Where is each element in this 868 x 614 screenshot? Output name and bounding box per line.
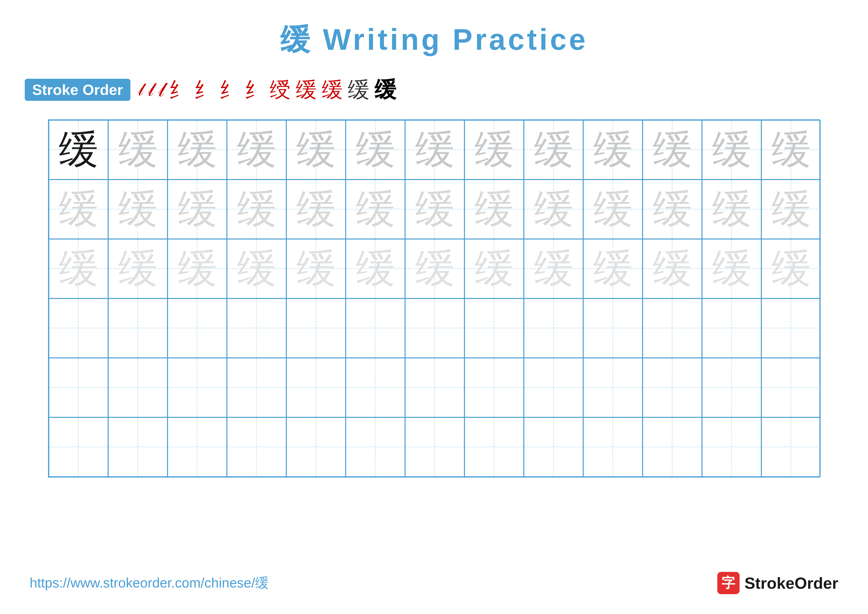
grid-cell-r4-c7[interactable] — [405, 298, 465, 358]
char-r3-c8: 缓 — [474, 242, 514, 295]
grid-cell-r5-c8[interactable] — [465, 358, 524, 417]
char-r2-c6: 缓 — [356, 183, 395, 236]
grid-cell-r5-c9[interactable] — [524, 358, 583, 417]
grid-cell-r2-c2: 缓 — [108, 180, 167, 239]
char-r1-c8: 缓 — [474, 123, 514, 177]
grid-cell-r5-c12[interactable] — [702, 358, 761, 417]
grid-cell-r6-c13[interactable] — [761, 417, 821, 477]
char-r1-c3: 缓 — [177, 123, 217, 177]
page-title: 缓 Writing Practice — [280, 20, 588, 60]
grid-cell-r3-c1: 缓 — [49, 239, 108, 298]
grid-cell-r4-c12[interactable] — [702, 298, 761, 358]
char-r1-c11: 缓 — [653, 123, 692, 177]
grid-cell-r5-c4[interactable] — [227, 358, 286, 417]
grid-cell-r6-c5[interactable] — [286, 417, 346, 477]
grid-cell-r2-c1: 缓 — [49, 180, 108, 239]
grid-cell-r3-c2: 缓 — [108, 239, 167, 298]
grid-cell-r2-c9: 缓 — [524, 180, 583, 239]
grid-cell-r1-c13: 缓 — [761, 120, 821, 180]
grid-cell-r1-c3: 缓 — [167, 120, 227, 180]
grid-cell-r5-c6[interactable] — [346, 358, 405, 417]
grid-cell-r6-c3[interactable] — [167, 417, 227, 477]
char-r1-c12: 缓 — [712, 123, 752, 177]
char-r2-c11: 缓 — [653, 183, 692, 236]
grid-cell-r3-c7: 缓 — [405, 239, 465, 298]
footer-logo-text: StrokeOrder — [744, 574, 838, 592]
stroke-2: 𝓁 — [148, 79, 153, 101]
grid-cell-r6-c7[interactable] — [405, 417, 465, 477]
grid-cell-r1-c8: 缓 — [465, 120, 524, 180]
char-r1-c1: 缓 — [59, 123, 98, 177]
grid-cell-r6-c2[interactable] — [108, 417, 167, 477]
grid-cell-r1-c5: 缓 — [286, 120, 346, 180]
footer-url[interactable]: https://www.strokeorder.com/chinese/缓 — [30, 574, 269, 592]
grid-cell-r4-c2[interactable] — [108, 298, 167, 358]
char-r3-c3: 缓 — [177, 242, 217, 295]
stroke-sequence: 𝓁 𝓁 𝓁 纟 纟 纟 纟 绶 缓 缓 缓 缓 — [138, 75, 396, 104]
stroke-8: 绶 — [270, 76, 291, 104]
stroke-6: 纟 — [219, 76, 240, 104]
grid-cell-r6-c1[interactable] — [49, 417, 108, 477]
grid-cell-r5-c10[interactable] — [583, 358, 643, 417]
stroke-5: 纟 — [194, 76, 214, 104]
grid-cell-r4-c5[interactable] — [286, 298, 346, 358]
char-r2-c8: 缓 — [474, 183, 514, 236]
char-r2-c9: 缓 — [534, 183, 573, 236]
stroke-4: 纟 — [169, 76, 189, 104]
grid-cell-r5-c1[interactable] — [49, 358, 108, 417]
grid-cell-r2-c7: 缓 — [405, 180, 465, 239]
grid-cell-r4-c10[interactable] — [583, 298, 643, 358]
grid-cell-r2-c13: 缓 — [761, 180, 821, 239]
grid-cell-r4-c4[interactable] — [227, 298, 286, 358]
footer: https://www.strokeorder.com/chinese/缓 字 … — [0, 572, 868, 594]
footer-logo: 字 StrokeOrder — [717, 572, 838, 594]
grid-cell-r5-c2[interactable] — [108, 358, 167, 417]
grid-cell-r6-c4[interactable] — [227, 417, 286, 477]
grid-cell-r4-c1[interactable] — [49, 298, 108, 358]
grid-cell-r2-c12: 缓 — [702, 180, 761, 239]
char-r3-c6: 缓 — [356, 242, 395, 295]
char-r3-c9: 缓 — [534, 242, 573, 295]
grid-cell-r6-c9[interactable] — [524, 417, 583, 477]
char-r3-c2: 缓 — [118, 242, 158, 295]
grid-cell-r5-c5[interactable] — [286, 358, 346, 417]
char-r2-c13: 缓 — [771, 183, 811, 236]
grid-cell-r6-c12[interactable] — [702, 417, 761, 477]
grid-cell-r4-c11[interactable] — [643, 298, 702, 358]
title-text: Writing Practice — [312, 23, 588, 56]
grid-cell-r3-c4: 缓 — [227, 239, 286, 298]
grid-cell-r1-c7: 缓 — [405, 120, 465, 180]
grid-cell-r1-c12: 缓 — [702, 120, 761, 180]
grid-cell-r1-c11: 缓 — [643, 120, 702, 180]
char-r1-c7: 缓 — [415, 123, 454, 177]
grid-cell-r5-c13[interactable] — [761, 358, 821, 417]
grid-cell-r6-c8[interactable] — [465, 417, 524, 477]
stroke-12: 缓 — [374, 75, 396, 104]
grid-cell-r4-c9[interactable] — [524, 298, 583, 358]
grid-cell-r6-c11[interactable] — [643, 417, 702, 477]
grid-cell-r3-c12: 缓 — [702, 239, 761, 298]
grid-cell-r4-c6[interactable] — [346, 298, 405, 358]
grid-cell-r6-c10[interactable] — [583, 417, 643, 477]
char-r2-c12: 缓 — [712, 183, 752, 236]
grid-cell-r2-c8: 缓 — [465, 180, 524, 239]
title-chinese: 缓 — [280, 23, 312, 56]
grid-cell-r4-c3[interactable] — [167, 298, 227, 358]
grid-cell-r5-c11[interactable] — [643, 358, 702, 417]
grid-cell-r5-c3[interactable] — [167, 358, 227, 417]
grid-cell-r4-c8[interactable] — [465, 298, 524, 358]
stroke-11: 缓 — [348, 75, 369, 104]
grid-cell-r5-c7[interactable] — [405, 358, 465, 417]
grid-cell-r6-c6[interactable] — [346, 417, 405, 477]
grid-cell-r4-c13[interactable] — [761, 298, 821, 358]
grid-cell-r1-c2: 缓 — [108, 120, 167, 180]
grid-cell-r1-c6: 缓 — [346, 120, 405, 180]
grid-cell-r1-c9: 缓 — [524, 120, 583, 180]
practice-grid: 缓 缓 缓 缓 缓 缓 缓 缓 缓 缓 缓 缓 缓 缓 缓 缓 缓 缓 缓 缓 … — [48, 120, 820, 477]
stroke-1: 𝓁 — [138, 80, 143, 100]
char-r2-c5: 缓 — [296, 183, 336, 236]
stroke-9: 缓 — [296, 76, 317, 104]
grid-cell-r1-c4: 缓 — [227, 120, 286, 180]
grid-cell-r2-c6: 缓 — [346, 180, 405, 239]
char-r3-c7: 缓 — [415, 242, 454, 295]
